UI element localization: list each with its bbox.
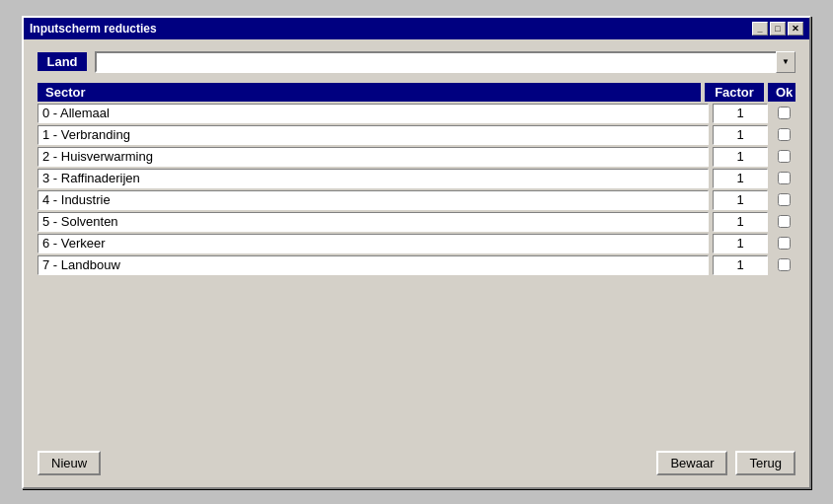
title-bar: Inputscherm reducties _ □ ✕ (24, 18, 809, 39)
table-row (38, 125, 795, 145)
factor-input[interactable] (713, 190, 768, 210)
ok-checkbox-wrapper (772, 107, 795, 119)
table-row (38, 212, 795, 232)
terug-button[interactable]: Terug (735, 451, 795, 475)
factor-input[interactable] (713, 234, 768, 253)
sector-input[interactable] (38, 234, 709, 253)
ok-checkbox-wrapper (772, 237, 795, 250)
factor-input[interactable] (713, 169, 768, 188)
land-label: Land (38, 52, 87, 71)
ok-checkbox-wrapper (772, 150, 795, 163)
land-dropdown[interactable] (95, 51, 795, 73)
header-factor: Factor (705, 83, 764, 102)
sector-input[interactable] (38, 125, 709, 145)
header-ok: Ok (768, 83, 795, 102)
ok-checkbox[interactable] (778, 237, 791, 250)
factor-input[interactable] (713, 104, 768, 123)
factor-input[interactable] (713, 255, 768, 275)
sector-input[interactable] (38, 169, 709, 188)
ok-checkbox[interactable] (778, 215, 791, 228)
header-sector: Sector (38, 83, 701, 102)
bewaar-button[interactable]: Bewaar (656, 451, 727, 475)
land-dropdown-wrapper: ▼ (95, 51, 795, 73)
table-section: Sector Factor Ok (38, 83, 795, 431)
ok-checkbox-wrapper (772, 193, 795, 206)
ok-checkbox-wrapper (772, 258, 795, 271)
window-title: Inputscherm reducties (30, 22, 157, 36)
factor-input[interactable] (713, 125, 768, 145)
table-row (38, 104, 795, 123)
close-button[interactable]: ✕ (788, 22, 803, 36)
factor-input[interactable] (713, 147, 768, 167)
window-content: Land ▼ Sector Factor Ok (24, 39, 809, 443)
table-row (38, 147, 795, 167)
maximize-button[interactable]: □ (770, 22, 786, 36)
ok-checkbox[interactable] (778, 258, 791, 271)
bottom-bar: Nieuw Bewaar Terug (24, 443, 809, 487)
table-row (38, 234, 795, 253)
ok-checkbox[interactable] (778, 172, 791, 184)
minimize-button[interactable]: _ (752, 22, 768, 36)
title-bar-buttons: _ □ ✕ (752, 22, 803, 36)
sector-input[interactable] (38, 190, 709, 210)
ok-checkbox-wrapper (772, 172, 795, 184)
bottom-right-buttons: Bewaar Terug (656, 451, 795, 475)
table-rows (38, 104, 795, 275)
ok-checkbox[interactable] (778, 128, 791, 141)
main-window: Inputscherm reducties _ □ ✕ Land ▼ Secto… (22, 16, 811, 489)
sector-input[interactable] (38, 255, 709, 275)
sector-input[interactable] (38, 212, 709, 232)
ok-checkbox[interactable] (778, 193, 791, 206)
ok-checkbox[interactable] (778, 107, 791, 119)
land-row: Land ▼ (38, 51, 795, 73)
table-header: Sector Factor Ok (38, 83, 795, 102)
ok-checkbox-wrapper (772, 215, 795, 228)
sector-input[interactable] (38, 147, 709, 167)
sector-input[interactable] (38, 104, 709, 123)
table-row (38, 169, 795, 188)
nieuw-button[interactable]: Nieuw (38, 451, 101, 475)
ok-checkbox[interactable] (778, 150, 791, 163)
table-row (38, 255, 795, 275)
ok-checkbox-wrapper (772, 128, 795, 141)
table-row (38, 190, 795, 210)
factor-input[interactable] (713, 212, 768, 232)
